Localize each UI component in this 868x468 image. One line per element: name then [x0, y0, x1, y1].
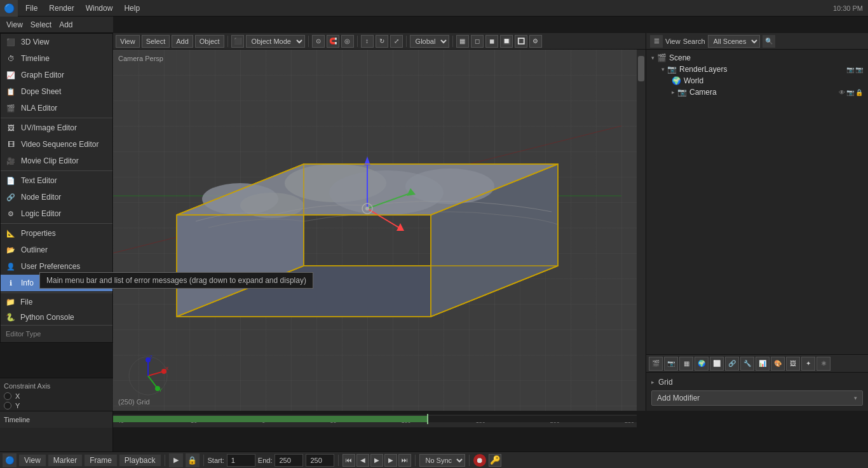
- movie-clip-icon: 🎥: [6, 156, 16, 166]
- props-material-btn[interactable]: 🎨: [771, 357, 785, 371]
- camera-lock-icon[interactable]: 🔒: [855, 89, 863, 96]
- vp-separator: [227, 36, 228, 47]
- timeline-track[interactable]: [113, 416, 637, 422]
- vp-snap-btn[interactable]: 🧲: [327, 35, 339, 48]
- vp-object-btn[interactable]: Object: [195, 35, 224, 48]
- vp-prop-btn[interactable]: ◎: [341, 35, 354, 48]
- tree-row-scene[interactable]: ▾ 🎬 Scene: [649, 52, 865, 64]
- vp-view-btn[interactable]: View: [116, 35, 140, 48]
- vp-rot-btn[interactable]: ↻: [376, 35, 388, 48]
- vp-icon6[interactable]: ⚙: [529, 35, 542, 48]
- statusbar-logo-btn[interactable]: 🔵: [3, 453, 17, 467]
- properties-toolbar: 🎬 📷 ▦ 🌍 ⬜ 🔗 🔧 📊 🎨 🖼 ✦ ⚛: [646, 354, 868, 372]
- menu-item-logic-editor[interactable]: ⚙ Logic Editor: [1, 205, 112, 222]
- menu-item-dope-sheet[interactable]: 📋 Dope Sheet: [1, 83, 112, 100]
- add-modifier-row[interactable]: Add Modifier ▾: [651, 390, 863, 406]
- svg-point-14: [240, 193, 304, 218]
- menu-item-graph-editor[interactable]: 📈 Graph Editor: [1, 67, 112, 83]
- menu-item-movie-clip[interactable]: 🎥 Movie Clip Editor: [1, 153, 112, 169]
- menu-item-uv-image[interactable]: 🖼 UV/Image Editor: [1, 120, 112, 136]
- renderlayers-render-icon[interactable]: 📷: [846, 66, 854, 73]
- play-btn[interactable]: ▶: [370, 454, 383, 467]
- statusbar-view-btn[interactable]: View: [19, 455, 46, 466]
- vp-icon1[interactable]: ▦: [456, 35, 469, 48]
- statusbar-marker-btn[interactable]: Marker: [48, 455, 82, 466]
- prev-frame-btn[interactable]: ◀: [356, 454, 369, 467]
- vp-orientation-select[interactable]: Global Local: [410, 35, 449, 48]
- lock-btn[interactable]: 🔒: [186, 453, 200, 467]
- props-data-btn[interactable]: 📊: [756, 357, 770, 371]
- vp-trans-btn[interactable]: ↕: [361, 35, 374, 48]
- menu-item-nla-editor[interactable]: 🎬 NLA Editor: [1, 100, 112, 116]
- menu-item-python-console[interactable]: 🐍 Python Console: [1, 310, 112, 325]
- search-label-btn[interactable]: Search: [683, 38, 705, 45]
- next-frame-btn[interactable]: ▶: [384, 454, 397, 467]
- props-texture-btn[interactable]: 🖼: [786, 357, 800, 371]
- vp-icon2[interactable]: ◻: [471, 35, 484, 48]
- select-menu-item[interactable]: Select: [28, 19, 54, 31]
- menu-item-node-editor[interactable]: 🔗 Node Editor: [1, 189, 112, 205]
- menu-item-file[interactable]: 📁 File: [1, 294, 112, 310]
- y-axis-radio[interactable]: [4, 402, 11, 410]
- camera-render-icon[interactable]: 📷: [846, 89, 854, 96]
- statusbar-sep5: [469, 455, 470, 466]
- blender-logo[interactable]: 🔵: [0, 0, 18, 17]
- vp-pivot-btn[interactable]: ⊙: [312, 35, 325, 48]
- tree-row-camera[interactable]: ▸ 📷 Camera 👁 📷 🔒: [649, 86, 865, 98]
- statusbar-playback-btn[interactable]: Playback: [119, 455, 161, 466]
- search-btn[interactable]: 🔍: [763, 35, 775, 48]
- menu-item-timeline[interactable]: ⏱ Timeline: [1, 50, 112, 67]
- playhead[interactable]: [427, 414, 428, 424]
- add-menu-item[interactable]: Add: [57, 19, 75, 31]
- constraint-axis-title: Constraint Axis: [4, 382, 109, 390]
- file-menu[interactable]: File: [20, 3, 43, 14]
- tree-row-world[interactable]: 🌍 World: [649, 75, 865, 86]
- keyframe-btn[interactable]: 🔑: [489, 454, 501, 467]
- vp-mode-select[interactable]: Object Mode Edit Mode: [246, 35, 305, 48]
- props-render-btn[interactable]: 📷: [664, 357, 678, 371]
- vp-icon3[interactable]: ◼: [485, 35, 498, 48]
- menu-item-outliner[interactable]: 📂 Outliner: [1, 242, 112, 258]
- props-scene-btn[interactable]: 🎬: [649, 357, 663, 371]
- sync-mode-select[interactable]: No Sync: [419, 454, 465, 467]
- scene-select[interactable]: All Scenes: [708, 35, 760, 48]
- camera-arrow: ▸: [672, 89, 675, 95]
- viewport-scroll-thumb[interactable]: [638, 56, 644, 81]
- properties-icon: 📐: [6, 228, 16, 238]
- viewport-scrollbar[interactable]: [637, 50, 646, 411]
- vp-select-btn[interactable]: Select: [142, 35, 170, 48]
- camera-eye-icon[interactable]: 👁: [839, 89, 845, 96]
- tree-row-renderlayers[interactable]: ▾ 📷 RenderLayers 📷 📷: [649, 64, 865, 75]
- separator-2: [1, 170, 112, 171]
- vp-add-btn[interactable]: Add: [172, 35, 193, 48]
- record-btn[interactable]: ⏺: [473, 454, 486, 467]
- props-constraints-btn[interactable]: 🔗: [725, 357, 739, 371]
- props-particles-btn[interactable]: ✦: [801, 357, 815, 371]
- menu-item-properties[interactable]: 📐 Properties: [1, 225, 112, 242]
- outliner-menu-btn[interactable]: ☰: [650, 35, 663, 48]
- jump-start-btn[interactable]: ⏮: [342, 454, 355, 467]
- current-frame-input[interactable]: [306, 454, 334, 467]
- window-menu[interactable]: Window: [81, 3, 118, 14]
- vp-icon4[interactable]: 🔲: [500, 35, 513, 48]
- props-object-btn[interactable]: ⬜: [710, 357, 724, 371]
- menu-item-3d-view[interactable]: ⬛ 3D View: [1, 34, 112, 50]
- help-menu[interactable]: Help: [119, 3, 145, 14]
- end-frame-input[interactable]: [275, 454, 303, 467]
- menu-item-video-seq[interactable]: 🎞 Video Sequence Editor: [1, 136, 112, 153]
- 3d-viewport[interactable]: Camera Persp (250) Grid X Y Z: [113, 50, 646, 411]
- vp-icon5[interactable]: 🔳: [515, 35, 527, 48]
- jump-end-btn[interactable]: ⏭: [398, 454, 411, 467]
- statusbar-frame-btn[interactable]: Frame: [85, 455, 117, 466]
- props-world-btn[interactable]: 🌍: [695, 357, 709, 371]
- props-modifiers-btn[interactable]: 🔧: [740, 357, 754, 371]
- render-menu[interactable]: Render: [44, 3, 79, 14]
- view-menu-item[interactable]: View: [4, 19, 25, 31]
- props-layers-btn[interactable]: ▦: [679, 357, 693, 371]
- renderlayers-cam-icon[interactable]: 📷: [855, 66, 863, 73]
- vp-scale-btn[interactable]: ⤢: [390, 35, 403, 48]
- start-frame-input[interactable]: [227, 454, 255, 467]
- x-axis-radio[interactable]: [4, 392, 11, 400]
- props-physics-btn[interactable]: ⚛: [817, 357, 831, 371]
- menu-item-text-editor[interactable]: 📄 Text Editor: [1, 172, 112, 189]
